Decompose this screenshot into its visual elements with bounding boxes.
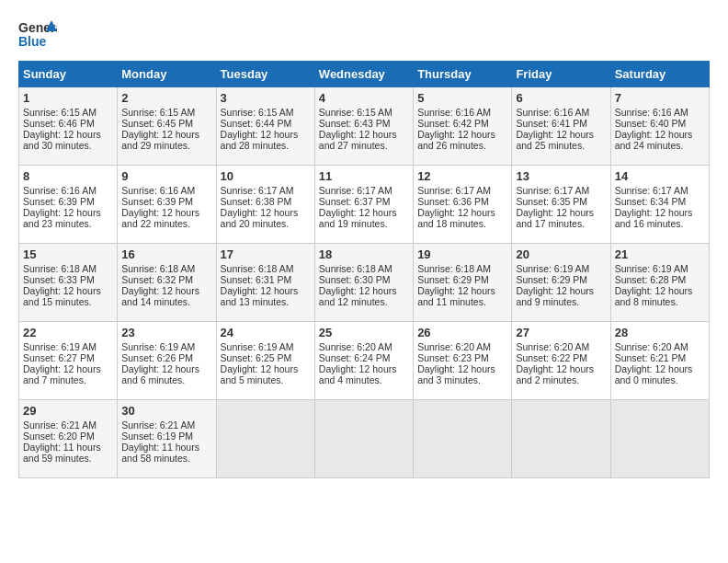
sunrise-text: Sunrise: 6:18 AM xyxy=(319,263,392,274)
day-number: 11 xyxy=(319,169,409,183)
cell-4-6: 27 Sunrise: 6:20 AM Sunset: 6:22 PM Dayl… xyxy=(512,322,610,400)
sunset-text: Sunset: 6:29 PM xyxy=(516,274,587,285)
sunset-text: Sunset: 6:40 PM xyxy=(615,118,687,129)
sunset-text: Sunset: 6:38 PM xyxy=(221,196,292,207)
daylight-text: Daylight: 12 hours and 19 minutes. xyxy=(319,207,397,229)
cell-4-4: 25 Sunrise: 6:20 AM Sunset: 6:24 PM Dayl… xyxy=(314,322,413,400)
sunset-text: Sunset: 6:25 PM xyxy=(221,352,292,363)
daylight-text: Daylight: 12 hours and 13 minutes. xyxy=(221,285,299,307)
cell-2-1: 8 Sunrise: 6:16 AM Sunset: 6:39 PM Dayli… xyxy=(19,166,118,244)
day-number: 7 xyxy=(615,91,705,105)
sunrise-text: Sunrise: 6:20 AM xyxy=(319,341,392,352)
cell-5-1: 29 Sunrise: 6:21 AM Sunset: 6:20 PM Dayl… xyxy=(19,400,118,478)
sunrise-text: Sunrise: 6:16 AM xyxy=(23,185,97,196)
cell-1-7: 7 Sunrise: 6:16 AM Sunset: 6:40 PM Dayli… xyxy=(610,87,709,166)
daylight-text: Daylight: 12 hours and 20 minutes. xyxy=(221,207,299,229)
sunrise-text: Sunrise: 6:19 AM xyxy=(23,341,97,352)
sunset-text: Sunset: 6:42 PM xyxy=(417,118,489,129)
header-tuesday: Tuesday xyxy=(216,62,314,87)
day-number: 29 xyxy=(23,404,113,418)
cell-3-1: 15 Sunrise: 6:18 AM Sunset: 6:33 PM Dayl… xyxy=(19,244,118,322)
daylight-text: Daylight: 12 hours and 24 minutes. xyxy=(615,129,693,151)
sunrise-text: Sunrise: 6:19 AM xyxy=(221,341,294,352)
svg-text:Blue: Blue xyxy=(18,34,47,49)
daylight-text: Daylight: 12 hours and 25 minutes. xyxy=(516,129,594,151)
sunset-text: Sunset: 6:45 PM xyxy=(121,118,193,129)
calendar-table: SundayMondayTuesdayWednesdayThursdayFrid… xyxy=(18,61,710,478)
logo: General Blue xyxy=(18,18,57,52)
daylight-text: Daylight: 12 hours and 3 minutes. xyxy=(417,363,495,385)
daylight-text: Daylight: 12 hours and 11 minutes. xyxy=(417,285,495,307)
day-number: 21 xyxy=(615,247,705,261)
cell-1-6: 6 Sunrise: 6:16 AM Sunset: 6:41 PM Dayli… xyxy=(512,87,610,166)
day-number: 17 xyxy=(221,247,311,261)
cell-5-7 xyxy=(610,400,709,478)
cell-2-4: 11 Sunrise: 6:17 AM Sunset: 6:37 PM Dayl… xyxy=(314,166,413,244)
day-number: 23 xyxy=(121,326,211,339)
cell-5-2: 30 Sunrise: 6:21 AM Sunset: 6:19 PM Dayl… xyxy=(118,400,216,478)
sunrise-text: Sunrise: 6:21 AM xyxy=(23,419,97,431)
daylight-text: Daylight: 12 hours and 14 minutes. xyxy=(121,285,199,307)
sunrise-text: Sunrise: 6:21 AM xyxy=(121,419,195,431)
cell-5-5 xyxy=(414,400,512,478)
daylight-text: Daylight: 12 hours and 17 minutes. xyxy=(516,207,594,229)
day-number: 18 xyxy=(319,247,409,261)
sunrise-text: Sunrise: 6:19 AM xyxy=(615,263,688,274)
day-number: 26 xyxy=(417,326,507,339)
day-number: 19 xyxy=(417,247,507,261)
daylight-text: Daylight: 12 hours and 12 minutes. xyxy=(319,285,397,307)
cell-2-6: 13 Sunrise: 6:17 AM Sunset: 6:35 PM Dayl… xyxy=(512,166,610,244)
header-row: SundayMondayTuesdayWednesdayThursdayFrid… xyxy=(19,62,710,87)
header-sunday: Sunday xyxy=(19,62,118,87)
cell-3-5: 19 Sunrise: 6:18 AM Sunset: 6:29 PM Dayl… xyxy=(414,244,512,322)
sunset-text: Sunset: 6:20 PM xyxy=(23,431,95,442)
day-number: 8 xyxy=(23,169,113,183)
logo-svg: General Blue xyxy=(18,18,57,52)
cell-3-4: 18 Sunrise: 6:18 AM Sunset: 6:30 PM Dayl… xyxy=(314,244,413,322)
header-monday: Monday xyxy=(118,62,216,87)
sunrise-text: Sunrise: 6:18 AM xyxy=(23,263,97,274)
week-row-2: 8 Sunrise: 6:16 AM Sunset: 6:39 PM Dayli… xyxy=(19,166,710,244)
cell-1-1: 1 Sunrise: 6:15 AM Sunset: 6:46 PM Dayli… xyxy=(19,87,118,166)
cell-1-5: 5 Sunrise: 6:16 AM Sunset: 6:42 PM Dayli… xyxy=(414,87,512,166)
daylight-text: Daylight: 12 hours and 26 minutes. xyxy=(417,129,495,151)
sunset-text: Sunset: 6:35 PM xyxy=(516,196,587,207)
day-number: 22 xyxy=(23,326,113,339)
day-number: 16 xyxy=(121,247,211,261)
day-number: 14 xyxy=(615,169,705,183)
header-thursday: Thursday xyxy=(414,62,512,87)
day-number: 13 xyxy=(516,169,606,183)
sunset-text: Sunset: 6:32 PM xyxy=(121,274,193,285)
day-number: 2 xyxy=(121,91,211,105)
cell-4-1: 22 Sunrise: 6:19 AM Sunset: 6:27 PM Dayl… xyxy=(19,322,118,400)
daylight-text: Daylight: 12 hours and 22 minutes. xyxy=(121,207,199,229)
sunrise-text: Sunrise: 6:18 AM xyxy=(221,263,294,274)
day-number: 25 xyxy=(319,326,409,339)
cell-1-2: 2 Sunrise: 6:15 AM Sunset: 6:45 PM Dayli… xyxy=(118,87,216,166)
daylight-text: Daylight: 12 hours and 30 minutes. xyxy=(23,129,101,151)
cell-4-7: 28 Sunrise: 6:20 AM Sunset: 6:21 PM Dayl… xyxy=(610,322,709,400)
sunrise-text: Sunrise: 6:19 AM xyxy=(121,341,195,352)
cell-4-5: 26 Sunrise: 6:20 AM Sunset: 6:23 PM Dayl… xyxy=(414,322,512,400)
daylight-text: Daylight: 12 hours and 2 minutes. xyxy=(516,363,594,385)
day-number: 20 xyxy=(516,247,606,261)
sunrise-text: Sunrise: 6:18 AM xyxy=(417,263,491,274)
sunset-text: Sunset: 6:23 PM xyxy=(417,352,489,363)
header-wednesday: Wednesday xyxy=(314,62,413,87)
sunset-text: Sunset: 6:39 PM xyxy=(23,196,95,207)
day-number: 30 xyxy=(121,404,211,418)
sunset-text: Sunset: 6:28 PM xyxy=(615,274,687,285)
cell-4-2: 23 Sunrise: 6:19 AM Sunset: 6:26 PM Dayl… xyxy=(118,322,216,400)
cell-5-3 xyxy=(216,400,314,478)
sunset-text: Sunset: 6:34 PM xyxy=(615,196,687,207)
cell-5-4 xyxy=(314,400,413,478)
sunset-text: Sunset: 6:31 PM xyxy=(221,274,292,285)
day-number: 1 xyxy=(23,91,113,105)
daylight-text: Daylight: 12 hours and 15 minutes. xyxy=(23,285,101,307)
cell-2-5: 12 Sunrise: 6:17 AM Sunset: 6:36 PM Dayl… xyxy=(414,166,512,244)
cell-3-2: 16 Sunrise: 6:18 AM Sunset: 6:32 PM Dayl… xyxy=(118,244,216,322)
daylight-text: Daylight: 12 hours and 16 minutes. xyxy=(615,207,693,229)
daylight-text: Daylight: 12 hours and 8 minutes. xyxy=(615,285,693,307)
sunrise-text: Sunrise: 6:17 AM xyxy=(516,185,589,196)
sunset-text: Sunset: 6:24 PM xyxy=(319,352,391,363)
